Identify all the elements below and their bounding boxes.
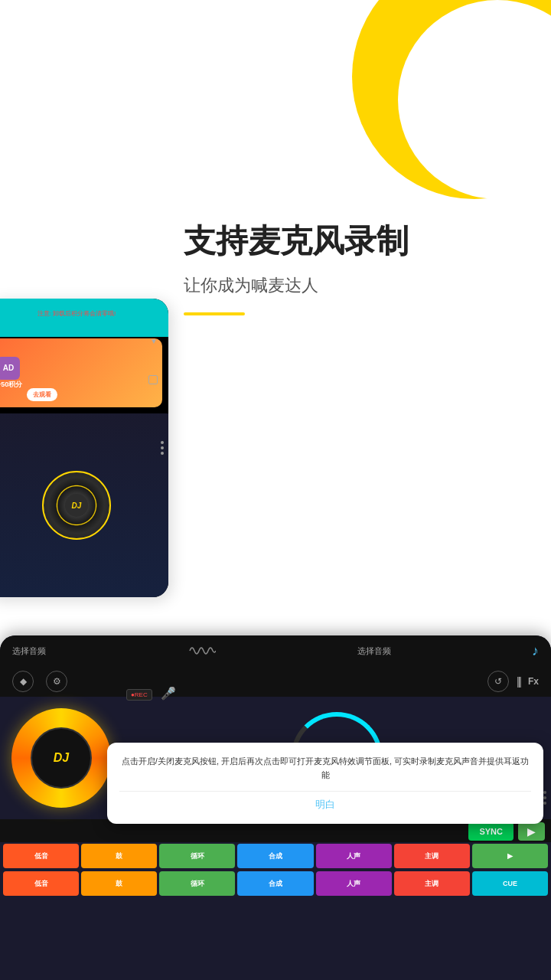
diamond-icon[interactable]: ◆ <box>12 671 34 692</box>
dj-controls-row: ◆ ⚙ ↺ ||| Fx <box>0 666 551 697</box>
pads-row-2: 低音鼓循环合成人声主调CUE <box>0 870 551 897</box>
fx-label[interactable]: Fx <box>528 676 539 687</box>
pad-row2-6[interactable]: CUE <box>472 871 548 896</box>
pad-row1-4[interactable]: 人声 <box>316 844 392 868</box>
dj-interface: 选择音频 选择音频 ♪ ◆ ⚙ ↺ ||| Fx <box>0 635 551 980</box>
tablet-music-bg: DJ <box>0 413 168 597</box>
popup-confirm-button[interactable]: 明白 <box>119 798 531 812</box>
ad-banner: AD +50积分 去观看 <box>0 338 162 407</box>
tablet-top-mockup: 注意: 卸载后积分将会清零哦! AD +50积分 去观看 DJ ▼ <box>0 299 168 597</box>
bg-arc-decoration <box>352 0 551 199</box>
equalizer-icon[interactable]: ||| <box>517 675 520 688</box>
ad-watch-button[interactable]: 去观看 <box>27 388 57 401</box>
pad-row1-2[interactable]: 循环 <box>159 844 235 868</box>
pad-row1-1[interactable]: 鼓 <box>81 844 157 868</box>
turntable-outer-ring: DJ <box>11 708 111 808</box>
mic-popup-dialog: 点击开启/关闭麦克风按钮, 开启后再次点击即可打开麦克风特效调节面板, 可实时录… <box>107 743 543 824</box>
feature-title: 支持麦克风录制 <box>184 222 513 260</box>
ad-icon: AD <box>0 357 20 380</box>
pad-row1-5[interactable]: 主调 <box>394 844 470 868</box>
expand-arrow-icon: ▼ <box>150 337 158 345</box>
select-freq-left[interactable]: 选择音频 <box>12 645 46 657</box>
pad-row1-6[interactable]: ▶ <box>472 844 548 868</box>
turntable-label: DJ <box>31 727 92 789</box>
tablet-cyan-bar: 注意: 卸载后积分将会清零哦! <box>0 299 168 337</box>
play-button[interactable]: ▶ <box>518 822 545 841</box>
rec-indicator: ●REC <box>126 689 152 701</box>
ad-points: +50积分 <box>0 380 22 390</box>
popup-text: 点击开启/关闭麦克风按钮, 开启后再次点击即可打开麦克风特效调节面板, 可实时录… <box>119 755 531 782</box>
select-freq-right[interactable]: 选择音频 <box>357 645 391 657</box>
side-handle <box>543 791 546 805</box>
pad-row2-3[interactable]: 合成 <box>237 871 313 896</box>
pad-row2-1[interactable]: 鼓 <box>81 871 157 896</box>
vinyl-record: DJ <box>42 471 111 540</box>
pad-row1-0[interactable]: 低音 <box>3 844 79 868</box>
mic-icon: 🎤 <box>161 686 176 701</box>
dj-top-bar: 选择音频 选择音频 ♪ <box>0 635 551 666</box>
square-icon <box>148 375 158 384</box>
tablet-warning-text: 注意: 卸载后积分将会清零哦! <box>0 309 162 318</box>
pad-row1-3[interactable]: 合成 <box>237 844 313 868</box>
settings-icon[interactable]: ⚙ <box>46 671 67 692</box>
feature-subtitle: 让你成为喊麦达人 <box>184 274 513 297</box>
vinyl-label: DJ <box>65 494 88 517</box>
feature-underline <box>184 312 245 315</box>
pad-row2-4[interactable]: 人声 <box>316 871 392 896</box>
pads-row-1: 低音鼓循环合成人声主调▶ <box>0 842 551 870</box>
sync-button[interactable]: SYNC <box>468 822 514 841</box>
pad-row2-2[interactable]: 循环 <box>159 871 235 896</box>
dj-main-area: DJ 点击开启/关闭麦克风按钮, 开启后再次点击即可打开麦克风特效调节面板, 可… <box>0 697 551 819</box>
popup-divider <box>119 791 531 792</box>
music-note-icon: ♪ <box>532 643 539 659</box>
tablet-bottom-mockup: 选择音频 选择音频 ♪ ◆ ⚙ ↺ ||| Fx <box>0 635 551 980</box>
waveform-icon <box>187 642 217 660</box>
side-handle-dots <box>161 441 164 455</box>
reset-icon[interactable]: ↺ <box>487 671 509 692</box>
dj-turntable: DJ <box>0 697 122 819</box>
pad-row2-0[interactable]: 低音 <box>3 871 79 896</box>
pad-row2-5[interactable]: 主调 <box>394 871 470 896</box>
